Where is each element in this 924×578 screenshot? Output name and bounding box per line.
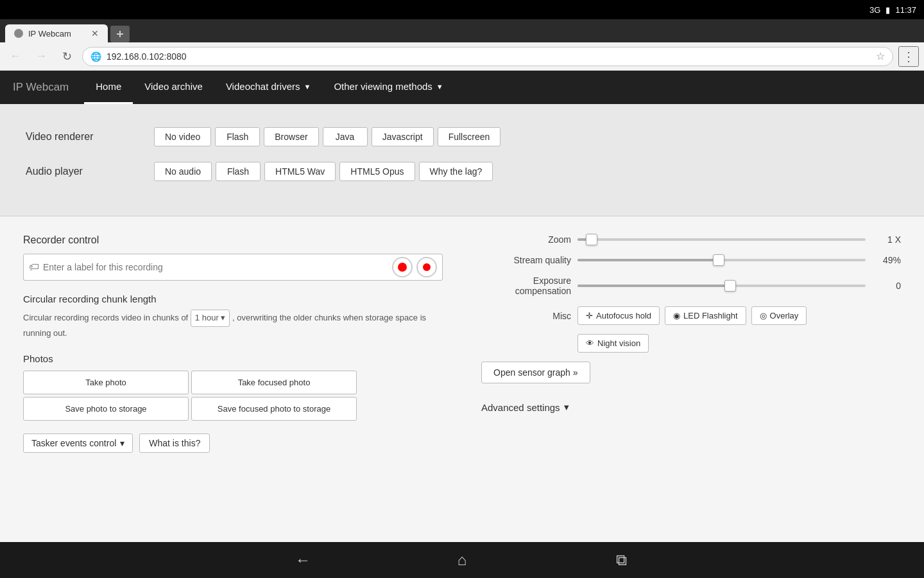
record-stop-dot-icon	[423, 263, 431, 271]
video-renderer-row: Video renderer No video Flash Browser Ja…	[26, 127, 898, 146]
app-nav: IP Webcam Home Video archive Videochat d…	[0, 71, 924, 104]
photo-grid: Take photo Take focused photo Save photo…	[23, 371, 357, 421]
audio-btn-flash[interactable]: Flash	[216, 162, 261, 181]
led-flashlight-button[interactable]: ◉ LED Flashlight	[665, 306, 746, 325]
record-dot-icon	[398, 263, 407, 272]
exposure-thumb[interactable]	[724, 280, 736, 292]
time-display: 11:37	[895, 5, 916, 15]
stream-quality-label: Stream quality	[481, 255, 571, 265]
take-photo-button[interactable]: Take photo	[23, 371, 189, 394]
url-text: 192.168.0.102:8080	[107, 51, 871, 62]
audio-btn-html5opus[interactable]: HTML5 Opus	[339, 162, 415, 181]
video-btn-fullscreen[interactable]: Fullscreen	[438, 127, 501, 146]
tasker-dropdown-arrow: ▾	[120, 438, 124, 448]
zoom-label: Zoom	[481, 234, 571, 245]
led-icon: ◉	[673, 311, 680, 320]
advanced-settings-button[interactable]: Advanced settings ▾	[481, 401, 569, 413]
video-renderer-buttons: No video Flash Browser Java Javascript F…	[154, 127, 501, 146]
address-bar[interactable]: 🌐 192.168.0.102:8080 ☆	[82, 47, 893, 66]
autofocus-icon: ✛	[586, 311, 593, 320]
overlay-icon: ◎	[760, 311, 767, 320]
advanced-settings-arrow: ▾	[564, 401, 569, 413]
audio-player-buttons: No audio Flash HTML5 Wav HTML5 Opus Why …	[154, 162, 493, 181]
browser-tab[interactable]: IP Webcam ✕	[5, 24, 108, 42]
save-photo-button[interactable]: Save photo to storage	[23, 397, 189, 421]
bookmark-button[interactable]: ☆	[876, 50, 885, 62]
android-recent-button[interactable]: ⧉	[606, 545, 637, 575]
stream-quality-track	[578, 259, 866, 261]
status-bar: 3G ▮ 11:37	[0, 0, 924, 19]
video-renderer-label: Video renderer	[26, 131, 154, 143]
browser-nav-bar: ← → ↻ 🌐 192.168.0.102:8080 ☆ ⋮	[0, 42, 924, 71]
stream-quality-value: 49%	[872, 255, 901, 265]
svg-rect-1	[119, 31, 121, 37]
record-stop-button[interactable]	[416, 257, 437, 277]
tasker-button[interactable]: Tasker events control ▾	[23, 434, 133, 453]
stream-quality-slider-row: Stream quality 49%	[481, 255, 901, 265]
misc-buttons: ✛ Autofocus hold ◉ LED Flashlight ◎ Over…	[578, 306, 807, 325]
tab-close-button[interactable]: ✕	[91, 28, 99, 39]
night-vision-button[interactable]: 👁 Night vision	[578, 334, 649, 353]
zoom-thumb[interactable]	[586, 234, 597, 245]
browser-menu-button[interactable]: ⋮	[898, 46, 919, 67]
stream-quality-slider[interactable]	[578, 259, 866, 261]
zoom-track	[578, 238, 866, 241]
night-vision-icon: 👁	[586, 338, 594, 348]
battery-icon: ▮	[886, 5, 890, 15]
exposure-value: 0	[872, 281, 901, 291]
audio-player-label: Audio player	[26, 166, 154, 177]
take-focused-photo-button[interactable]: Take focused photo	[191, 371, 357, 394]
stream-quality-fill	[578, 259, 719, 261]
audio-btn-html5wav[interactable]: HTML5 Wav	[264, 162, 336, 181]
app-title: IP Webcam	[13, 81, 69, 94]
what-is-this-button[interactable]: What is this?	[139, 434, 210, 453]
nav-item-other-viewing[interactable]: Other viewing methods ▼	[322, 71, 454, 104]
lower-section: Recorder control 🏷 Circular recording ch…	[0, 216, 924, 542]
nav-item-video-archive[interactable]: Video archive	[133, 71, 214, 104]
recorder-input-row: 🏷	[23, 254, 443, 281]
renderer-section: Video renderer No video Flash Browser Ja…	[0, 104, 924, 216]
save-focused-photo-button[interactable]: Save focused photo to storage	[191, 397, 357, 421]
record-start-button[interactable]	[392, 257, 413, 277]
tab-bar: IP Webcam ✕	[0, 19, 924, 42]
audio-btn-why-lag[interactable]: Why the lag?	[419, 162, 493, 181]
back-button[interactable]: ←	[5, 46, 26, 67]
video-btn-flash[interactable]: Flash	[215, 127, 260, 146]
sensor-graph-row: Open sensor graph »	[481, 362, 901, 392]
audio-btn-no-audio[interactable]: No audio	[154, 162, 212, 181]
zoom-value: 1 X	[872, 234, 901, 245]
forward-button[interactable]: →	[31, 46, 51, 67]
video-btn-java[interactable]: Java	[323, 127, 368, 146]
nav-item-videochat-drivers[interactable]: Videochat drivers ▼	[214, 71, 323, 104]
audio-player-row: Audio player No audio Flash HTML5 Wav HT…	[26, 162, 898, 181]
tab-title: IP Webcam	[28, 29, 71, 39]
exposure-slider[interactable]	[578, 285, 866, 287]
misc-row: Misc ✛ Autofocus hold ◉ LED Flashlight ◎	[481, 306, 901, 325]
new-tab-button[interactable]	[110, 26, 130, 42]
advanced-settings-row: Advanced settings ▾	[481, 401, 901, 413]
stream-quality-thumb[interactable]	[713, 254, 724, 266]
hour-select[interactable]: 1 hour ▾	[191, 310, 230, 327]
video-btn-no-video[interactable]: No video	[154, 127, 211, 146]
tab-favicon	[14, 29, 23, 38]
recorder-title: Recorder control	[23, 234, 443, 246]
circular-recording-desc: Circular recording records video in chun…	[23, 310, 443, 340]
android-back-button[interactable]: ←	[287, 545, 318, 575]
zoom-slider-row: Zoom 1 X	[481, 234, 901, 245]
exposure-track	[578, 285, 866, 287]
video-btn-browser[interactable]: Browser	[264, 127, 318, 146]
sensor-graph-button[interactable]: Open sensor graph »	[481, 362, 590, 383]
overlay-button[interactable]: ◎ Overlay	[751, 306, 807, 325]
recording-label-input[interactable]	[43, 262, 388, 272]
night-vision-row: 👁 Night vision	[578, 334, 901, 353]
autofocus-hold-button[interactable]: ✛ Autofocus hold	[578, 306, 660, 325]
android-home-button[interactable]: ⌂	[447, 545, 477, 575]
reload-button[interactable]: ↻	[56, 46, 77, 67]
video-btn-javascript[interactable]: Javascript	[372, 127, 434, 146]
other-viewing-dropdown-arrow: ▼	[436, 83, 443, 91]
videochat-dropdown-arrow: ▼	[304, 83, 311, 91]
zoom-slider[interactable]	[578, 238, 866, 241]
tasker-row: Tasker events control ▾ What is this?	[23, 434, 443, 453]
left-panel: Recorder control 🏷 Circular recording ch…	[23, 234, 468, 524]
nav-item-home[interactable]: Home	[84, 71, 133, 104]
